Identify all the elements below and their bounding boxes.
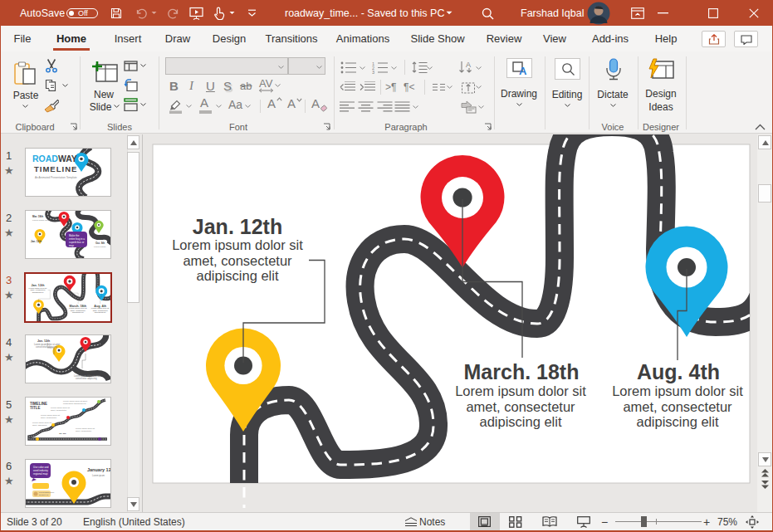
svg-text:Lorem ipsum dolor sit: Lorem ipsum dolor sit <box>29 287 47 289</box>
svg-text:Lorem ipsum dolor: Lorem ipsum dolor <box>39 491 54 493</box>
svg-text:Jul. 6th: Jul. 6th <box>59 432 66 435</box>
svg-text:3: 3 <box>372 70 374 74</box>
svg-text:Oct. 9th: Oct. 9th <box>95 242 105 245</box>
svg-text:ROADWAY: ROADWAY <box>32 154 77 164</box>
svg-text:TITLE: TITLE <box>30 406 41 410</box>
svg-text:amet, adipiscing: amet, adipiscing <box>32 424 47 427</box>
svg-text:adipiscing elit: adipiscing elit <box>95 311 106 313</box>
svg-text:Lorem ipsum dolor: Lorem ipsum dolor <box>32 219 50 222</box>
svg-text:regional map: regional map <box>33 472 48 476</box>
svg-text:amet, consectetur: amet, consectetur <box>51 409 66 412</box>
svg-text:Mar. 18th: Mar. 18th <box>32 215 43 218</box>
svg-text:consectetur adipiscing: consectetur adipiscing <box>36 345 57 349</box>
svg-text:consectetur adipiscing: consectetur adipiscing <box>76 377 97 380</box>
svg-text:adipiscing elit: adipiscing elit <box>32 291 44 293</box>
svg-text:Jan. 12th: Jan. 12th <box>31 240 42 243</box>
svg-text:Jan. 12th: Jan. 12th <box>37 339 50 343</box>
svg-text:amet, consectetur: amet, consectetur <box>76 430 91 432</box>
svg-text:amet, consectetur: amet, consectetur <box>41 417 56 419</box>
svg-text:A: A <box>519 65 527 76</box>
svg-text:Aug. 4th: Aug. 4th <box>94 305 106 308</box>
svg-text:Lorem ipsum dolor sit: Lorem ipsum dolor sit <box>91 307 110 309</box>
svg-text:adipiscing elit: adipiscing elit <box>72 311 84 313</box>
svg-text:January 12th: January 12th <box>87 467 110 472</box>
svg-text:sit amet elit: sit amet elit <box>39 494 48 495</box>
svg-text:Lorem ipsum: Lorem ipsum <box>94 246 105 248</box>
svg-text:An Animated Presentation Templ: An Animated Presentation Template <box>35 176 77 179</box>
svg-text:TIMELINE: TIMELINE <box>34 164 77 173</box>
svg-text:Lorem ipsum dolor sit: Lorem ipsum dolor sit <box>69 307 87 309</box>
svg-text:March. 18th: March. 18th <box>70 305 86 308</box>
svg-text:Lorem ipsum: Lorem ipsum <box>92 474 105 477</box>
svg-text:consectetur adipiscing elit: consectetur adipiscing elit <box>63 403 86 405</box>
svg-text:March. 18th: March. 18th <box>76 371 91 374</box>
svg-text:map: map <box>69 244 74 247</box>
svg-text:A: A <box>466 61 471 69</box>
